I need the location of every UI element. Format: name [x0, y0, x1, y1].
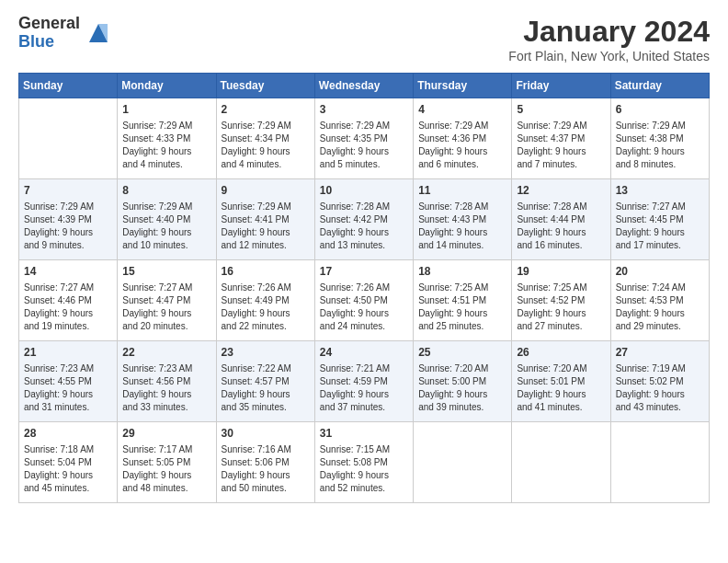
- calendar-cell: 21Sunrise: 7:23 AMSunset: 4:55 PMDayligh…: [19, 341, 118, 422]
- day-info-line: and 17 minutes.: [616, 239, 704, 252]
- day-info-line: Sunrise: 7:23 AM: [122, 362, 210, 375]
- day-info-line: Sunrise: 7:29 AM: [122, 201, 210, 213]
- calendar-cell: 5Sunrise: 7:29 AMSunset: 4:37 PMDaylight…: [512, 98, 610, 179]
- calendar-cell: 10Sunrise: 7:28 AMSunset: 4:42 PMDayligh…: [314, 179, 413, 260]
- day-info-line: Sunset: 4:36 PM: [418, 132, 506, 145]
- day-number: 12: [517, 183, 605, 199]
- day-number: 5: [517, 102, 605, 118]
- calendar-cell: [414, 422, 512, 503]
- day-info-line: Daylight: 9 hours: [222, 226, 310, 239]
- calendar-cell: 19Sunrise: 7:25 AMSunset: 4:52 PMDayligh…: [512, 260, 610, 341]
- day-info-line: Sunset: 4:49 PM: [222, 294, 310, 307]
- day-number: 15: [122, 264, 210, 280]
- day-number: 25: [418, 345, 506, 361]
- day-info-line: Sunset: 4:50 PM: [320, 294, 408, 307]
- day-info-line: Daylight: 9 hours: [616, 145, 704, 158]
- day-info-line: Sunrise: 7:29 AM: [222, 120, 310, 132]
- day-info-line: Sunrise: 7:29 AM: [24, 201, 112, 213]
- day-info-line: Sunset: 5:08 PM: [320, 456, 408, 469]
- day-info-line: Sunrise: 7:18 AM: [24, 443, 112, 456]
- day-info-line: Sunrise: 7:26 AM: [222, 282, 310, 294]
- day-info-line: Sunrise: 7:28 AM: [517, 201, 605, 213]
- day-info-line: Daylight: 9 hours: [517, 226, 605, 239]
- day-info-line: Sunset: 4:59 PM: [320, 375, 408, 388]
- calendar-cell: 4Sunrise: 7:29 AMSunset: 4:36 PMDaylight…: [414, 98, 512, 179]
- day-info-line: Daylight: 9 hours: [418, 145, 506, 158]
- day-info-line: Sunrise: 7:27 AM: [616, 201, 704, 213]
- calendar-cell: 16Sunrise: 7:26 AMSunset: 4:49 PMDayligh…: [216, 260, 314, 341]
- calendar-cell: 14Sunrise: 7:27 AMSunset: 4:46 PMDayligh…: [19, 260, 118, 341]
- logo-blue-text: Blue: [18, 33, 80, 52]
- day-info-line: Sunset: 4:33 PM: [122, 132, 210, 145]
- day-info-line: and 13 minutes.: [320, 239, 408, 252]
- calendar-cell: 6Sunrise: 7:29 AMSunset: 4:38 PMDaylight…: [610, 98, 709, 179]
- day-info-line: and 5 minutes.: [320, 158, 408, 171]
- calendar-cell: 30Sunrise: 7:16 AMSunset: 5:06 PMDayligh…: [216, 422, 314, 503]
- day-info-line: Sunset: 5:05 PM: [122, 456, 210, 469]
- day-info-line: Sunset: 5:01 PM: [517, 375, 605, 388]
- calendar-week-row: 21Sunrise: 7:23 AMSunset: 4:55 PMDayligh…: [19, 341, 710, 422]
- day-info-line: Sunset: 4:47 PM: [122, 294, 210, 307]
- day-info-line: Sunset: 5:04 PM: [24, 456, 112, 469]
- day-info-line: Sunset: 4:42 PM: [320, 213, 408, 226]
- calendar-header-tuesday: Tuesday: [216, 74, 314, 98]
- month-title: January 2024: [508, 15, 710, 49]
- day-info-line: Sunrise: 7:23 AM: [24, 362, 112, 375]
- day-info-line: Sunrise: 7:22 AM: [222, 362, 310, 375]
- calendar-header-monday: Monday: [118, 74, 216, 98]
- calendar-cell: 24Sunrise: 7:21 AMSunset: 4:59 PMDayligh…: [314, 341, 413, 422]
- day-info-line: Sunset: 5:06 PM: [222, 456, 310, 469]
- day-info-line: Daylight: 9 hours: [24, 388, 112, 401]
- day-info-line: and 33 minutes.: [122, 401, 210, 414]
- day-info-line: Sunset: 4:45 PM: [616, 213, 704, 226]
- day-info-line: Sunset: 4:55 PM: [24, 375, 112, 388]
- title-block: January 2024 Fort Plain, New York, Unite…: [508, 15, 710, 63]
- day-number: 4: [418, 102, 506, 118]
- calendar-cell: 3Sunrise: 7:29 AMSunset: 4:35 PMDaylight…: [314, 98, 413, 179]
- calendar-cell: 15Sunrise: 7:27 AMSunset: 4:47 PMDayligh…: [118, 260, 216, 341]
- day-info-line: Sunrise: 7:28 AM: [418, 201, 506, 213]
- day-number: 1: [122, 102, 210, 118]
- calendar-header-thursday: Thursday: [414, 74, 512, 98]
- day-info-line: Daylight: 9 hours: [517, 388, 605, 401]
- calendar-table: SundayMondayTuesdayWednesdayThursdayFrid…: [18, 73, 710, 503]
- day-info-line: Sunrise: 7:19 AM: [616, 362, 704, 375]
- day-info-line: Daylight: 9 hours: [418, 388, 506, 401]
- day-info-line: and 8 minutes.: [616, 158, 704, 171]
- calendar-cell: 22Sunrise: 7:23 AMSunset: 4:56 PMDayligh…: [118, 341, 216, 422]
- day-info-line: Sunrise: 7:29 AM: [320, 120, 408, 132]
- day-info-line: and 39 minutes.: [418, 401, 506, 414]
- day-info-line: Daylight: 9 hours: [222, 469, 310, 482]
- calendar-header-wednesday: Wednesday: [314, 74, 413, 98]
- day-number: 17: [320, 264, 408, 280]
- day-info-line: Sunset: 4:51 PM: [418, 294, 506, 307]
- day-info-line: Daylight: 9 hours: [222, 307, 310, 320]
- day-info-line: Daylight: 9 hours: [24, 226, 112, 239]
- calendar-header-row: SundayMondayTuesdayWednesdayThursdayFrid…: [19, 74, 710, 98]
- day-info-line: Sunrise: 7:25 AM: [418, 282, 506, 294]
- day-number: 27: [616, 345, 704, 361]
- day-info-line: Daylight: 9 hours: [320, 226, 408, 239]
- location: Fort Plain, New York, United States: [508, 49, 710, 63]
- day-info-line: and 43 minutes.: [616, 401, 704, 414]
- day-info-line: and 50 minutes.: [222, 482, 310, 495]
- calendar-cell: 18Sunrise: 7:25 AMSunset: 4:51 PMDayligh…: [414, 260, 512, 341]
- day-number: 10: [320, 183, 408, 199]
- day-info-line: Sunrise: 7:28 AM: [320, 201, 408, 213]
- day-info-line: Sunset: 4:39 PM: [24, 213, 112, 226]
- day-info-line: Sunset: 5:02 PM: [616, 375, 704, 388]
- calendar-cell: 17Sunrise: 7:26 AMSunset: 4:50 PMDayligh…: [314, 260, 413, 341]
- calendar-cell: 2Sunrise: 7:29 AMSunset: 4:34 PMDaylight…: [216, 98, 314, 179]
- day-info-line: Sunrise: 7:25 AM: [517, 282, 605, 294]
- day-info-line: Daylight: 9 hours: [320, 145, 408, 158]
- day-info-line: Sunrise: 7:24 AM: [616, 282, 704, 294]
- calendar-cell: 11Sunrise: 7:28 AMSunset: 4:43 PMDayligh…: [414, 179, 512, 260]
- calendar-cell: 29Sunrise: 7:17 AMSunset: 5:05 PMDayligh…: [118, 422, 216, 503]
- day-info-line: Daylight: 9 hours: [320, 469, 408, 482]
- day-info-line: Sunset: 4:37 PM: [517, 132, 605, 145]
- day-info-line: and 10 minutes.: [122, 239, 210, 252]
- day-info-line: Daylight: 9 hours: [616, 388, 704, 401]
- day-number: 14: [24, 264, 112, 280]
- day-info-line: Daylight: 9 hours: [320, 307, 408, 320]
- day-info-line: Sunrise: 7:26 AM: [320, 282, 408, 294]
